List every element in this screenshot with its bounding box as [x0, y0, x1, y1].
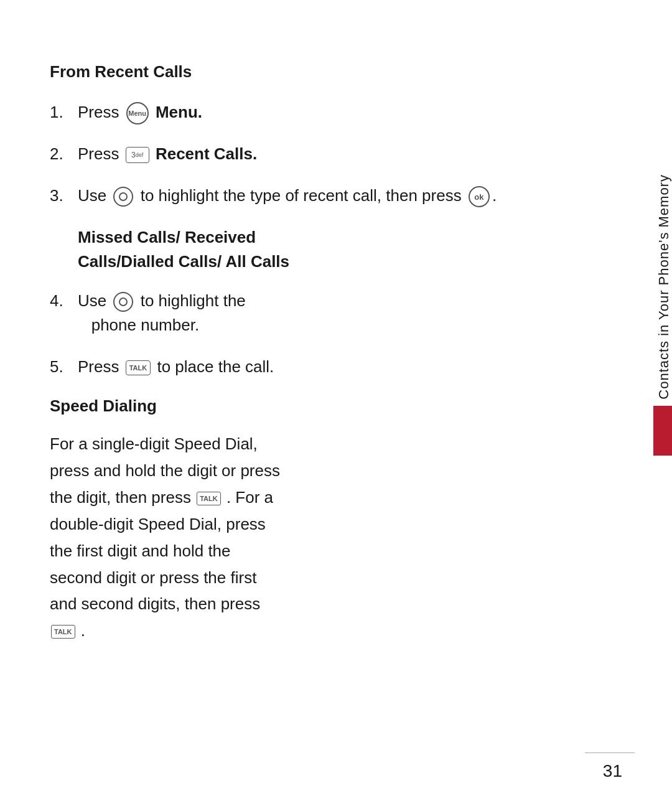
bold-block: Missed Calls/ ReceivedCalls/Dialled Call…	[78, 225, 597, 274]
step-5-content: Press TALK to place the call.	[78, 355, 597, 379]
step-3-number: 3.	[50, 184, 78, 208]
talk-btn-icon-1: TALK	[126, 360, 151, 375]
3def-key-icon: 3def	[126, 147, 149, 163]
step-4: 4. Use to highlight the phone number.	[50, 289, 597, 337]
step-2-content: Press 3def Recent Calls.	[78, 142, 597, 166]
section2-title: Speed Dialing	[50, 396, 597, 416]
page-divider	[585, 752, 635, 753]
speed-dial-body: For a single-digit Speed Dial, press and…	[50, 431, 597, 644]
talk-btn-icon-3: TALK	[51, 625, 75, 639]
menu-icon: Menu	[126, 102, 149, 124]
side-tab: Contacts in Your Phone's Memory	[650, 174, 672, 456]
step-2-bold: Recent Calls.	[156, 144, 257, 163]
ok-icon-1: ok	[469, 186, 490, 207]
side-tab-bar	[653, 406, 672, 456]
step-5: 5. Press TALK to place the call.	[50, 355, 597, 379]
step-1: 1. Press Menu Menu.	[50, 100, 597, 124]
section1-title: From Recent Calls	[50, 62, 597, 82]
page-content: From Recent Calls 1. Press Menu Menu. 2.…	[50, 62, 597, 769]
step-1-bold: Menu.	[156, 103, 202, 121]
step-2: 2. Press 3def Recent Calls.	[50, 142, 597, 166]
nav-circle-icon-2	[113, 292, 133, 312]
nav-circle-icon-1	[113, 187, 133, 207]
step-1-content: Press Menu Menu.	[78, 100, 597, 124]
step-2-number: 2.	[50, 142, 78, 166]
step-3-content: Use to highlight the type of recent call…	[78, 184, 597, 208]
step-4-content: Use to highlight the phone number.	[78, 289, 597, 337]
step-4-number: 4.	[50, 289, 78, 313]
step-3: 3. Use to highlight the type of recent c…	[50, 184, 597, 208]
step-5-number: 5.	[50, 355, 78, 379]
page-number: 31	[603, 761, 622, 781]
step-1-number: 1.	[50, 100, 78, 124]
talk-btn-icon-2: TALK	[197, 492, 221, 505]
side-tab-text: Contacts in Your Phone's Memory	[650, 174, 672, 400]
